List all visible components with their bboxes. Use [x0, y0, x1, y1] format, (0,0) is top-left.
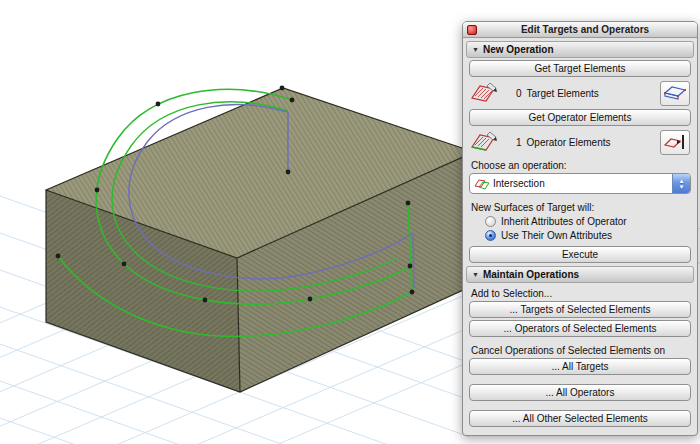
target-elements-icon — [470, 80, 500, 106]
operator-elements-icon — [470, 129, 500, 155]
palette-title: Edit Targets and Operators — [477, 24, 693, 35]
targets-of-selected-button[interactable]: ... Targets of Selected Elements — [469, 301, 691, 318]
section-header-maintain-operations[interactable]: ▼ Maintain Operations — [466, 266, 694, 283]
operator-count: 1 — [516, 137, 522, 148]
cancel-operations-label: Cancel Operations of Selected Elements o… — [471, 345, 689, 356]
target-count-label: Target Elements — [527, 88, 599, 99]
operation-value: Intersection — [493, 178, 672, 189]
all-operators-button[interactable]: ... All Operators — [469, 384, 691, 401]
edit-targets-operators-palette: Edit Targets and Operators ▼ New Operati… — [462, 21, 698, 436]
target-elements-row: 0 Target Elements — [470, 80, 690, 106]
all-other-selected-button[interactable]: ... All Other Selected Elements — [469, 410, 691, 427]
operator-pick-icon — [663, 133, 687, 151]
operator-count-label: Operator Elements — [527, 137, 611, 148]
combo-stepper-icon[interactable]: ▲ ▼ — [672, 174, 690, 193]
radio-use-own-label: Use Their Own Attributes — [501, 230, 612, 241]
stepper-down-icon: ▼ — [679, 184, 685, 190]
disclosure-triangle-icon: ▼ — [472, 46, 479, 53]
radio-use-own-attributes[interactable]: Use Their Own Attributes — [485, 230, 689, 241]
operator-elements-row: 1 Operator Elements — [470, 129, 690, 155]
palette-titlebar[interactable]: Edit Targets and Operators — [463, 22, 697, 38]
choose-operation-label: Choose an operation: — [471, 160, 689, 171]
section-title: New Operation — [483, 44, 554, 55]
all-targets-button[interactable]: ... All Targets — [469, 358, 691, 375]
section-title: Maintain Operations — [483, 269, 579, 280]
radio-button-selected-icon[interactable] — [485, 230, 496, 241]
add-to-selection-label: Add to Selection... — [471, 288, 689, 299]
surfaces-label: New Surfaces of Target will: — [471, 202, 689, 213]
radio-button-icon[interactable] — [485, 216, 496, 227]
radio-inherit-attributes[interactable]: Inherit Attributes of Operator — [485, 216, 689, 227]
operator-blue-edge-right[interactable] — [413, 233, 414, 288]
get-target-elements-button[interactable]: Get Target Elements — [469, 60, 691, 77]
operator-picker-button[interactable] — [660, 130, 690, 155]
intersection-icon — [474, 178, 490, 190]
disclosure-triangle-icon: ▼ — [472, 271, 479, 278]
section-header-new-operation[interactable]: ▼ New Operation — [466, 41, 694, 58]
app-canvas: { "viewport": { "grid_color": "#cfe2f1",… — [0, 0, 700, 444]
operation-select[interactable]: Intersection ▲ ▼ — [469, 173, 691, 194]
palette-close-icon[interactable] — [467, 25, 477, 35]
get-operator-elements-button[interactable]: Get Operator Elements — [469, 109, 691, 126]
target-count: 0 — [516, 88, 522, 99]
radio-inherit-label: Inherit Attributes of Operator — [501, 216, 627, 227]
slab-element-icon — [663, 84, 687, 102]
target-picker-button[interactable] — [660, 81, 690, 106]
execute-button[interactable]: Execute — [469, 246, 691, 263]
operators-of-selected-button[interactable]: ... Operators of Selected Elements — [469, 320, 691, 337]
